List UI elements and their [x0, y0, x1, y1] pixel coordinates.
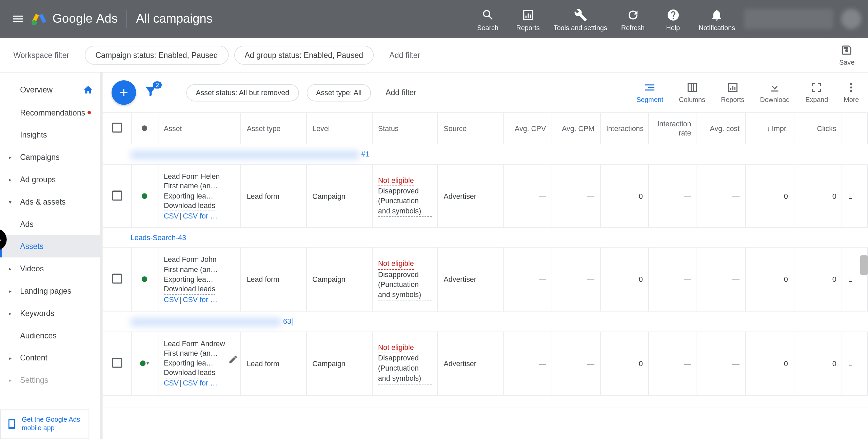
- sidebar-item-keywords[interactable]: ▸Keywords: [0, 302, 100, 325]
- reports-button[interactable]: Reports: [513, 8, 542, 32]
- col-level[interactable]: Level: [307, 113, 372, 144]
- tools-button[interactable]: Tools and settings: [554, 8, 607, 32]
- group-row[interactable]: Leads-Search-43: [103, 228, 868, 248]
- asset-cell: Lead Form Helen First name (an… Exportin…: [158, 165, 241, 228]
- segment-icon: [644, 81, 656, 93]
- col-clicks[interactable]: Clicks: [794, 113, 842, 144]
- cell-clicks: 0: [794, 332, 842, 395]
- avatar[interactable]: [841, 9, 861, 29]
- status-dot-dropdown[interactable]: ▾: [140, 360, 150, 366]
- save-button[interactable]: Save: [839, 44, 854, 66]
- csv-for-link[interactable]: CSV for …: [183, 295, 217, 304]
- col-avg-cpm[interactable]: Avg. CPM: [552, 113, 600, 144]
- status-dot-enabled[interactable]: [142, 193, 147, 198]
- notifications-button[interactable]: Notifications: [699, 8, 735, 32]
- sidebar-item-landing[interactable]: ▸Landing pages: [0, 280, 100, 302]
- search-icon: [481, 8, 494, 21]
- notification-dot: [87, 111, 91, 114]
- filter-button[interactable]: 2: [144, 85, 157, 100]
- chip-asset-type[interactable]: Asset type: All: [307, 84, 371, 101]
- group-link[interactable]: #1: [361, 150, 369, 159]
- csv-link[interactable]: CSV: [164, 212, 179, 220]
- scrollbar-thumb[interactable]: [860, 255, 868, 275]
- add-filter-link[interactable]: Add filter: [386, 88, 416, 97]
- edit-icon[interactable]: [228, 354, 238, 364]
- cell-irate: —: [649, 165, 697, 228]
- search-button[interactable]: Search: [473, 8, 502, 32]
- sidebar-item-overview[interactable]: Overview: [0, 78, 100, 101]
- assets-table-wrap[interactable]: Asset Asset type Level Status Source Avg…: [103, 113, 868, 439]
- col-source[interactable]: Source: [438, 113, 504, 144]
- download-leads-link[interactable]: Download leads: [164, 368, 215, 378]
- col-checkbox[interactable]: [103, 113, 132, 144]
- cell-asset-type: Lead form: [241, 248, 307, 311]
- download-leads-link[interactable]: Download leads: [164, 284, 215, 295]
- sidebar-item-insights[interactable]: Insights: [0, 124, 100, 146]
- cell-impr: 0: [745, 248, 794, 311]
- col-status-dot[interactable]: [132, 113, 158, 144]
- chevron-right-icon: ▸: [9, 176, 12, 183]
- sidebar-item-recommendations[interactable]: Recommendations: [0, 101, 100, 124]
- chevron-down-icon: ▾: [9, 198, 12, 205]
- row-checkbox[interactable]: [112, 274, 122, 284]
- chevron-right-icon: ▸: [9, 288, 12, 294]
- download-leads-link[interactable]: Download leads: [164, 201, 215, 211]
- filter-chip-adgroup-status[interactable]: Ad group status: Enabled, Paused: [234, 45, 374, 64]
- table-row: Lead Form John First name (an… Exporting…: [103, 248, 868, 311]
- google-ads-logo[interactable]: Google Ads: [31, 11, 118, 27]
- sidebar-item-settings[interactable]: ▸Settings: [0, 369, 100, 391]
- cell-status: Not eligible Disapproved (Punctuation an…: [372, 248, 438, 311]
- col-interactions[interactable]: Interactions: [600, 113, 649, 144]
- row-checkbox[interactable]: [112, 190, 122, 201]
- col-interaction-rate[interactable]: Interaction rate: [649, 113, 697, 144]
- csv-for-link[interactable]: CSV for …: [183, 379, 217, 388]
- add-filter-button[interactable]: Add filter: [379, 46, 430, 64]
- more-button[interactable]: More: [844, 81, 859, 104]
- col-asset[interactable]: Asset: [158, 113, 241, 144]
- col-avg-cpv[interactable]: Avg. CPV: [504, 113, 552, 144]
- status-dot-enabled[interactable]: [142, 276, 147, 282]
- download-button[interactable]: Download: [760, 81, 790, 104]
- sidebar-item-adgroups[interactable]: ▸Ad groups: [0, 168, 100, 191]
- mobile-app-promo[interactable]: Get the Google Ads mobile app: [0, 410, 89, 439]
- chevron-right-icon: ▸: [9, 377, 12, 383]
- group-row[interactable]: 63|: [103, 311, 868, 332]
- expand-button[interactable]: Expand: [805, 81, 828, 104]
- sidebar-item-videos[interactable]: ▸Videos: [0, 257, 100, 280]
- help-button[interactable]: Help: [658, 8, 688, 32]
- filter-chip-campaign-status[interactable]: Campaign status: Enabled, Paused: [85, 45, 229, 64]
- csv-for-link[interactable]: CSV for …: [183, 212, 217, 220]
- sidebar-item-assets[interactable]: Assets: [0, 235, 100, 257]
- account-info[interactable]: [744, 9, 833, 29]
- cell-avg-cost: —: [697, 332, 746, 395]
- col-impr[interactable]: ↓Impr.: [745, 113, 794, 144]
- col-avg-cost[interactable]: Avg. cost: [697, 113, 746, 144]
- sidebar: › Overview Recommendations Insights ▸Cam…: [0, 72, 100, 439]
- reports-toolbar-button[interactable]: Reports: [721, 81, 744, 104]
- row-checkbox[interactable]: [112, 357, 122, 368]
- segment-button[interactable]: Segment: [636, 81, 663, 104]
- add-button[interactable]: [112, 80, 136, 105]
- chip-asset-status[interactable]: Asset status: All but removed: [186, 84, 299, 101]
- group-link[interactable]: Leads-Search-43: [131, 234, 186, 242]
- csv-link[interactable]: CSV: [164, 295, 179, 304]
- sidebar-item-audiences[interactable]: Audiences: [0, 324, 100, 347]
- reports-icon: [521, 8, 534, 21]
- sidebar-item-ads[interactable]: Ads: [0, 213, 100, 235]
- menu-icon[interactable]: [7, 8, 29, 30]
- col-asset-type[interactable]: Asset type: [241, 113, 307, 144]
- header-divider: [126, 10, 127, 28]
- col-status[interactable]: Status: [372, 113, 438, 144]
- csv-link[interactable]: CSV: [164, 379, 179, 388]
- sidebar-item-content[interactable]: ▸Content: [0, 347, 100, 369]
- cell-source: Advertiser: [438, 332, 504, 395]
- group-row[interactable]: #1: [103, 144, 868, 165]
- cell-irate: —: [649, 248, 697, 311]
- refresh-button[interactable]: Refresh: [618, 8, 648, 32]
- group-link[interactable]: 63|: [283, 317, 293, 326]
- columns-icon: [686, 81, 698, 93]
- sidebar-item-campaigns[interactable]: ▸Campaigns: [0, 146, 100, 168]
- columns-button[interactable]: Columns: [679, 81, 705, 104]
- cell-interactions: 0: [600, 165, 649, 228]
- sidebar-item-ads-assets[interactable]: ▾Ads & assets: [0, 191, 100, 213]
